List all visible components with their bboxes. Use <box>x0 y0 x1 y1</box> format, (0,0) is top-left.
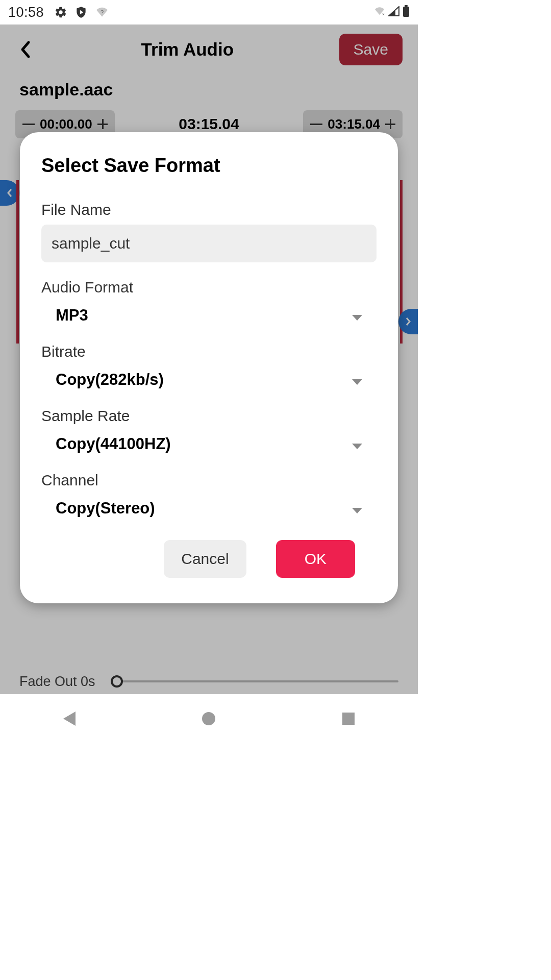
wifi-question-icon: ? <box>95 7 109 18</box>
nav-back-icon[interactable] <box>63 712 76 726</box>
dialog-buttons: Cancel OK <box>41 540 377 578</box>
dialog-title: Select Save Format <box>41 155 377 177</box>
bitrate-field: Bitrate Copy(282kb/s) <box>41 343 377 391</box>
channel-select[interactable]: Copy(Stereo) <box>41 495 377 520</box>
svg-text:x: x <box>382 12 384 16</box>
signal-icon <box>388 6 399 18</box>
wifi-off-icon: x <box>374 7 385 18</box>
audio-format-label: Audio Format <box>41 279 377 296</box>
status-right: x <box>374 5 410 19</box>
sample-rate-field: Sample Rate Copy(44100HZ) <box>41 407 377 455</box>
cancel-button[interactable]: Cancel <box>164 540 246 578</box>
channel-value: Copy(Stereo) <box>56 499 155 518</box>
file-name-field: File Name <box>41 201 377 262</box>
nav-home-icon[interactable] <box>202 712 215 725</box>
sample-rate-label: Sample Rate <box>41 407 377 425</box>
status-time: 10:58 <box>8 5 44 20</box>
channel-field: Channel Copy(Stereo) <box>41 472 377 520</box>
status-bar: 10:58 ? x <box>0 0 418 24</box>
sample-rate-select[interactable]: Copy(44100HZ) <box>41 431 377 455</box>
battery-icon <box>403 5 410 19</box>
caret-down-icon <box>352 444 362 449</box>
gear-icon <box>54 6 67 19</box>
app-content: Trim Audio Save sample.aac 00:00.00 03:1… <box>0 24 418 694</box>
file-name-field-label: File Name <box>41 201 377 218</box>
audio-format-value: MP3 <box>56 306 88 325</box>
caret-down-icon <box>352 379 362 385</box>
audio-format-field: Audio Format MP3 <box>41 279 377 327</box>
svg-rect-3 <box>405 5 408 7</box>
audio-format-select[interactable]: MP3 <box>41 302 377 327</box>
bitrate-value: Copy(282kb/s) <box>56 371 164 389</box>
system-navbar <box>0 694 418 743</box>
sample-rate-value: Copy(44100HZ) <box>56 435 171 453</box>
svg-text:?: ? <box>101 9 104 15</box>
shield-play-icon <box>74 6 88 19</box>
nav-recent-icon[interactable] <box>342 713 355 725</box>
file-name-input[interactable] <box>41 225 377 262</box>
status-icons-left: ? <box>54 6 109 19</box>
save-format-dialog: Select Save Format File Name Audio Forma… <box>20 132 398 603</box>
bitrate-select[interactable]: Copy(282kb/s) <box>41 366 377 391</box>
caret-down-icon <box>352 508 362 513</box>
caret-down-icon <box>352 315 362 321</box>
bitrate-label: Bitrate <box>41 343 377 360</box>
channel-label: Channel <box>41 472 377 489</box>
status-left: 10:58 ? <box>8 5 109 20</box>
svg-rect-2 <box>403 7 409 17</box>
ok-button[interactable]: OK <box>276 540 355 578</box>
